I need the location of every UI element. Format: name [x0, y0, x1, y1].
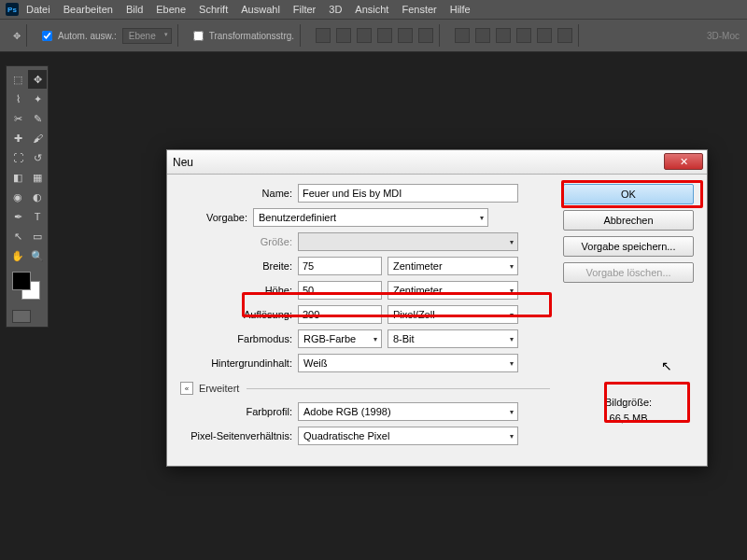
- width-label: Breite:: [180, 260, 298, 272]
- align-icon[interactable]: [316, 28, 331, 43]
- dodge-tool[interactable]: ◐: [28, 188, 47, 206]
- width-unit-combo[interactable]: Zentimeter: [388, 257, 518, 275]
- dialog-title: Neu: [173, 156, 193, 169]
- bg-label: Hintergrundinhalt:: [180, 357, 298, 369]
- menu-fenster[interactable]: Fenster: [402, 4, 436, 15]
- distribute-icon[interactable]: [557, 28, 572, 43]
- aspect-combo[interactable]: Quadratische Pixel: [298, 427, 518, 445]
- distribute-icon[interactable]: [475, 28, 490, 43]
- size-label: Größe:: [180, 236, 298, 247]
- auto-select-target[interactable]: Ebene: [122, 28, 172, 44]
- distribute-icon[interactable]: [516, 28, 531, 43]
- fg-swatch[interactable]: [12, 272, 31, 290]
- menu-auswahl[interactable]: Auswahl: [241, 4, 280, 15]
- align-icon[interactable]: [336, 28, 351, 43]
- resolution-unit-combo[interactable]: Pixel/Zoll: [388, 305, 518, 324]
- auto-select-label: Autom. ausw.:: [58, 31, 117, 41]
- save-preset-button[interactable]: Vorgabe speichern...: [563, 236, 694, 257]
- menu-bild[interactable]: Bild: [126, 4, 143, 15]
- size-combo: [298, 232, 518, 251]
- lasso-tool[interactable]: ⌇: [8, 90, 27, 108]
- height-unit-combo[interactable]: Zentimeter: [388, 281, 518, 300]
- bitdepth-combo[interactable]: 8-Bit: [388, 329, 518, 348]
- type-tool[interactable]: T: [28, 207, 47, 226]
- cancel-button[interactable]: Abbrechen: [563, 210, 694, 231]
- dialog-titlebar[interactable]: Neu ✕: [167, 150, 707, 175]
- delete-preset-button: Vorgabe löschen...: [563, 262, 694, 283]
- transform-controls-checkbox[interactable]: [193, 31, 204, 41]
- pen-tool[interactable]: ✒: [8, 207, 27, 226]
- menu-bearbeiten[interactable]: Bearbeiten: [63, 4, 113, 15]
- shape-tool[interactable]: ▭: [28, 227, 47, 245]
- distribute-icon[interactable]: [496, 28, 511, 43]
- distribute-icon[interactable]: [455, 28, 470, 43]
- new-document-dialog: Neu ✕ Name: Vorgabe: Benutzerdefiniert G…: [166, 149, 708, 467]
- app-logo: Ps: [6, 3, 19, 16]
- mode-3d-label: 3D-Moc: [707, 31, 740, 41]
- eraser-tool[interactable]: ◧: [8, 168, 27, 187]
- menu-filter[interactable]: Filter: [293, 4, 316, 15]
- quickmask-icon[interactable]: [12, 310, 31, 323]
- ok-button[interactable]: OK: [563, 184, 694, 204]
- align-icon[interactable]: [377, 28, 392, 43]
- cursor-icon: ↖: [661, 358, 672, 373]
- resolution-label: Auflösung:: [180, 309, 298, 320]
- align-icon[interactable]: [357, 28, 372, 43]
- options-bar: ✥ Autom. ausw.: Ebene Transformationsstr…: [0, 19, 747, 52]
- collapse-icon[interactable]: «: [180, 382, 193, 395]
- align-icon[interactable]: [398, 28, 413, 43]
- path-tool[interactable]: ↖: [8, 227, 27, 245]
- profile-label: Farbprofil:: [180, 406, 298, 417]
- menu-datei[interactable]: Datei: [26, 4, 50, 15]
- auto-select-checkbox[interactable]: [42, 31, 52, 41]
- preset-combo[interactable]: Benutzerdefiniert: [253, 208, 488, 227]
- tool-palette: ⬚ ✥ ⌇ ✦ ✂ ✎ ✚ 🖌 ⛶ ↺ ◧ ▦ ◉ ◐ ✒ T ↖ ▭ ✋ 🔍: [6, 65, 49, 328]
- colormode-combo[interactable]: RGB-Farbe: [298, 329, 382, 348]
- menu-hilfe[interactable]: Hilfe: [450, 4, 471, 15]
- profile-combo[interactable]: Adobe RGB (1998): [298, 402, 518, 421]
- aspect-label: Pixel-Seitenverhältnis:: [180, 430, 298, 441]
- color-swatches[interactable]: [8, 270, 47, 303]
- blur-tool[interactable]: ◉: [8, 188, 27, 206]
- menubar: Ps DateiBearbeitenBildEbeneSchriftAuswah…: [0, 0, 747, 19]
- menu-schrift[interactable]: Schrift: [199, 4, 228, 15]
- hand-tool[interactable]: ✋: [8, 246, 27, 265]
- eyedropper-tool[interactable]: ✎: [28, 109, 47, 128]
- name-label: Name:: [180, 188, 298, 199]
- close-button[interactable]: ✕: [664, 153, 703, 170]
- resolution-input[interactable]: [298, 305, 382, 324]
- transform-controls-label: Transformationsstrg.: [209, 31, 294, 41]
- wand-tool[interactable]: ✦: [28, 90, 47, 108]
- bg-combo[interactable]: Weiß: [298, 354, 518, 372]
- brush-tool[interactable]: 🖌: [28, 129, 47, 147]
- zoom-tool[interactable]: 🔍: [28, 246, 47, 265]
- marquee-tool[interactable]: ⬚: [8, 70, 27, 89]
- advanced-header[interactable]: « Erweitert: [180, 382, 550, 395]
- name-input[interactable]: [298, 184, 518, 203]
- gradient-tool[interactable]: ▦: [28, 168, 47, 187]
- menu-3d[interactable]: 3D: [329, 4, 342, 15]
- height-input[interactable]: [298, 281, 382, 300]
- preset-label: Vorgabe:: [180, 212, 253, 223]
- distribute-icon[interactable]: [537, 28, 552, 43]
- heal-tool[interactable]: ✚: [8, 129, 27, 147]
- stamp-tool[interactable]: ⛶: [8, 148, 27, 167]
- image-size-info: Bildgröße: 66,5 MB: [563, 391, 694, 429]
- height-label: Höhe:: [180, 285, 298, 296]
- align-icon[interactable]: [418, 28, 433, 43]
- history-tool[interactable]: ↺: [28, 148, 47, 167]
- move-tool-icon: ✥: [13, 31, 21, 41]
- move-tool[interactable]: ✥: [28, 70, 47, 89]
- width-input[interactable]: [298, 257, 382, 275]
- menu-ebene[interactable]: Ebene: [156, 4, 186, 15]
- crop-tool[interactable]: ✂: [8, 109, 27, 128]
- menu-ansicht[interactable]: Ansicht: [355, 4, 388, 15]
- colormode-label: Farbmodus:: [180, 333, 298, 344]
